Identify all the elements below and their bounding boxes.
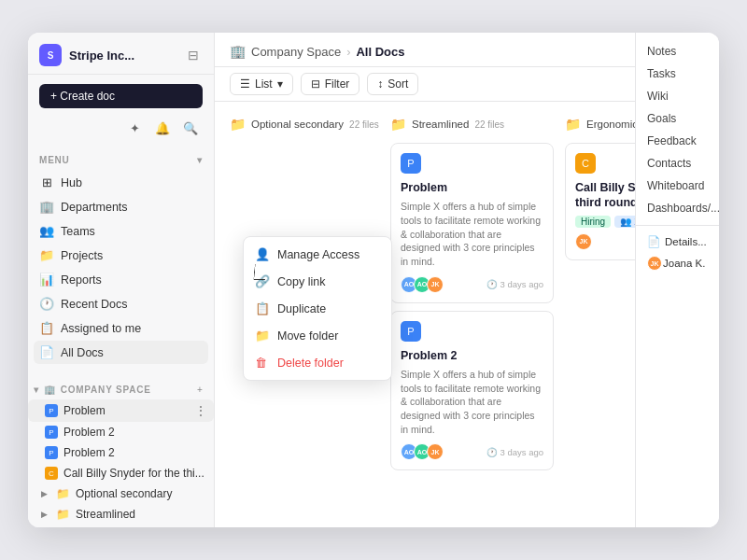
hub-icon: ⊞	[39, 175, 54, 189]
reports-icon: 📊	[39, 273, 54, 287]
list-icon: ☰	[240, 77, 250, 91]
add-to-company-space-btn[interactable]: +	[191, 381, 208, 398]
company-space-header: ▾ 🏢 COMPANY SPACE +	[28, 377, 214, 399]
list-view-btn[interactable]: ☰ List ▾	[230, 73, 293, 95]
sidebar-item-teams[interactable]: 👥 Teams	[34, 219, 208, 243]
brand-icon: S	[39, 44, 62, 66]
breadcrumb-workspace: Company Space	[251, 45, 341, 59]
doc-item-problem2b[interactable]: P Problem 2	[28, 442, 214, 463]
doc-icon-orange-1: C	[45, 467, 58, 480]
doc-card-problem2[interactable]: P Problem 2 Simple X offers a hub of sim…	[390, 311, 554, 471]
avatar-joana-3: JK	[575, 233, 592, 250]
sidebar-item-departments[interactable]: 🏢 Departments	[34, 195, 208, 218]
tag-assign: 👥 2 Assign...	[614, 216, 635, 228]
breadcrumb-current: All Docs	[356, 45, 404, 59]
breadcrumb-separator: ›	[346, 45, 350, 59]
doc-card-footer-1: AO AO JK 🕐 3 days ago	[401, 276, 543, 293]
manage-access-icon: 👤	[255, 247, 270, 261]
app-window: S Stripe Inc... ⊟ + Create doc ✦ 🔔 🔍 MEN…	[28, 33, 719, 527]
context-menu: 👤 Manage Access 🔗 Copy link 📋 Duplicate …	[243, 236, 392, 381]
time-1: 🕐 3 days ago	[486, 279, 543, 289]
ctx-duplicate[interactable]: 📋 Duplicate	[244, 295, 391, 322]
sidebar-item-recent-docs[interactable]: 🕐 Recent Docs	[34, 292, 208, 315]
folder-ergonomic-clear[interactable]: ▶ 📁 Ergonomic clear	[28, 525, 214, 527]
doc-card-footer-3: JK 3 days ago	[575, 233, 635, 250]
doc-card-problem[interactable]: P Problem Simple X offers a hub of simpl…	[390, 143, 554, 303]
right-panel-dashboards[interactable]: Dashboards/...	[636, 197, 719, 219]
col-folder-icon-1: 📁	[230, 117, 246, 132]
folder-icon-2: 📁	[56, 508, 70, 521]
doc-card-icon-blue-1: P	[401, 153, 421, 174]
sidebar-item-reports[interactable]: 📊 Reports	[34, 268, 208, 291]
doc-item-problem2[interactable]: P Problem 2	[28, 422, 214, 442]
doc-card-tags: Hiring 👥 2 Assign...	[575, 216, 635, 228]
magic-icon-btn[interactable]: ✦	[122, 116, 147, 140]
doc-icon-blue-3: P	[45, 446, 58, 459]
toolbar-icons: ✦ 🔔 🔍	[28, 116, 214, 147]
right-panel-joana[interactable]: JK Joana K.	[636, 252, 719, 274]
folder-streamlined[interactable]: ▶ 📁 Streamlined	[28, 504, 214, 525]
ctx-copy-link[interactable]: 🔗 Copy link	[244, 268, 391, 295]
doc-icon-blue-2: P	[45, 426, 58, 439]
right-panel-goals[interactable]: Goals	[636, 107, 719, 130]
filter-btn[interactable]: ⊟ Filter	[301, 73, 360, 95]
col-folder-icon-3: 📁	[565, 117, 581, 132]
sidebar-item-all-docs[interactable]: 📄 All Docs	[34, 341, 208, 364]
right-panel-details[interactable]: 📄 Details...	[636, 231, 719, 252]
doc-item-call-billy[interactable]: C Call Billy Snyder for the thi...	[28, 463, 214, 483]
right-panel-notes[interactable]: Notes	[636, 40, 719, 63]
main-header: 🏢 Company Space › All Docs	[215, 33, 635, 67]
sidebar: S Stripe Inc... ⊟ + Create doc ✦ 🔔 🔍 MEN…	[28, 33, 215, 527]
doc-item-problem[interactable]: P Problem ⋮	[28, 399, 214, 422]
company-space-title[interactable]: ▾ 🏢 COMPANY SPACE	[34, 385, 151, 395]
sidebar-header: S Stripe Inc... ⊟	[28, 33, 214, 75]
column-streamlined: 📁 Streamlined 22 files P Problem Simple …	[390, 113, 554, 470]
bell-icon-btn[interactable]: 🔔	[150, 116, 175, 140]
right-panel-feedback[interactable]: Feedback	[636, 130, 719, 152]
sidebar-item-assigned-to-me[interactable]: 📋 Assigned to me	[34, 316, 208, 340]
avatar-joana-1: JK	[427, 276, 444, 293]
menu-label: MENU ▾	[28, 147, 214, 169]
ctx-move-folder[interactable]: 📁 Move folder	[244, 322, 391, 349]
sidebar-item-projects[interactable]: 📁 Projects	[34, 244, 208, 267]
folder-optional-secondary[interactable]: ▶ 📁 Optional secondary	[28, 483, 214, 504]
doc-more-btn-problem[interactable]: ⋮	[193, 403, 208, 418]
right-panel: Notes Tasks Wiki Goals Feedback Contacts…	[635, 33, 719, 527]
column-optional-secondary: 📁 Optional secondary 22 files	[230, 113, 379, 135]
company-space-icon: 🏢	[44, 385, 56, 395]
sidebar-toggle-btn[interactable]: ⊟	[184, 46, 203, 64]
sidebar-nav: ⊞ Hub 🏢 Departments 👥 Teams 📁 Projects 📊…	[28, 169, 214, 366]
sort-btn[interactable]: ↕ Sort	[367, 73, 418, 95]
doc-card-call-billy[interactable]: C Call Billy Snyder for the third round …	[565, 143, 635, 260]
move-folder-icon: 📁	[255, 329, 270, 343]
duplicate-icon: 📋	[255, 301, 270, 315]
users-icon: 👥	[620, 217, 631, 227]
sidebar-item-hub[interactable]: ⊞ Hub	[34, 171, 208, 194]
chevron-down-icon: ▾	[34, 385, 39, 395]
col-folder-icon-2: 📁	[390, 117, 406, 132]
delete-folder-icon: 🗑	[255, 356, 270, 370]
right-panel-whiteboard[interactable]: Whiteboard	[636, 175, 719, 197]
search-icon-btn[interactable]: 🔍	[178, 116, 203, 140]
create-doc-button[interactable]: + Create doc	[39, 84, 203, 108]
folder-expand-icon-2: ▶	[41, 510, 50, 519]
column-header-2: 📁 Streamlined 22 files	[390, 113, 554, 135]
doc-card-footer-2: AO AO JK 🕐 3 days ago	[401, 443, 543, 460]
right-panel-tasks[interactable]: Tasks	[636, 63, 719, 85]
departments-icon: 🏢	[39, 200, 54, 214]
right-panel-contacts[interactable]: Contacts	[636, 152, 719, 175]
recent-docs-icon: 🕐	[39, 297, 54, 311]
brand-name: Stripe Inc...	[69, 49, 134, 63]
doc-card-icon-blue-2: P	[401, 321, 421, 342]
ctx-manage-access[interactable]: 👤 Manage Access	[244, 241, 391, 268]
avatar-joana-2: JK	[427, 443, 444, 460]
brand-area: S Stripe Inc...	[39, 44, 134, 66]
right-panel-wiki[interactable]: Wiki	[636, 85, 719, 107]
tag-hiring: Hiring	[575, 216, 611, 228]
avatar-row-1: AO AO JK	[401, 276, 440, 293]
menu-chevron[interactable]: ▾	[197, 155, 203, 165]
column-header-1: 📁 Optional secondary 22 files	[230, 113, 379, 135]
folder-icon-1: 📁	[56, 487, 70, 500]
doc-icon-blue-1: P	[45, 404, 58, 417]
ctx-delete-folder[interactable]: 🗑 Delete folder	[244, 349, 391, 376]
